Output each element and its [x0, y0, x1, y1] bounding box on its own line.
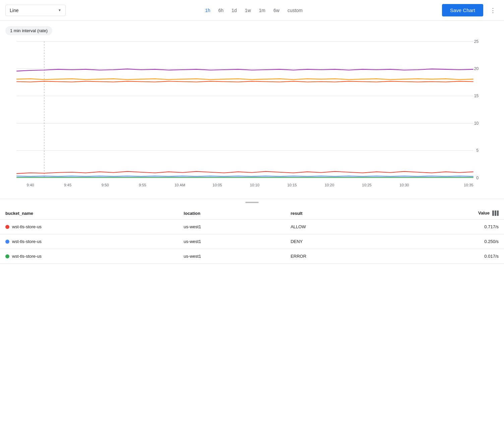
bucket-name: wst-tls-store-us	[12, 224, 42, 229]
save-chart-button[interactable]: Save Chart	[442, 4, 483, 16]
chart-type-label: Line	[10, 8, 18, 13]
col-header-result: result	[285, 207, 386, 220]
svg-text:9:40: 9:40	[27, 183, 34, 187]
svg-text:9:55: 9:55	[139, 183, 146, 187]
legend-cell-result: ERROR	[285, 249, 386, 264]
svg-text:9:50: 9:50	[102, 183, 109, 187]
time-range-group: 1h6h1d1w1m6wcustom	[70, 6, 438, 15]
legend-cell-location: us-west1	[178, 234, 285, 249]
time-range-1m-button[interactable]: 1m	[256, 6, 269, 15]
time-range-6h-button[interactable]: 6h	[215, 6, 227, 15]
svg-text:10:20: 10:20	[325, 183, 334, 187]
svg-text:25: 25	[474, 39, 479, 44]
legend-cell-location: us-west1	[178, 220, 285, 234]
legend-table-container: bucket_name location result Value	[0, 207, 504, 264]
svg-text:5: 5	[476, 148, 479, 153]
time-range-1w-button[interactable]: 1w	[242, 6, 254, 15]
chart-area: 1 min interval (rate) 25 20 15 10 5 0	[0, 21, 504, 199]
legend-row: wst-tls-store-us us-west1 ALLOW 0.717/s	[0, 220, 504, 234]
bucket-name: wst-tls-store-us	[12, 254, 42, 259]
svg-text:10 AM: 10 AM	[175, 183, 185, 187]
legend-cell-result: DENY	[285, 234, 386, 249]
col-header-location: location	[178, 207, 285, 220]
col-header-value: Value	[386, 207, 504, 220]
col-header-bucket-name: bucket_name	[0, 207, 178, 220]
svg-text:10: 10	[474, 121, 479, 126]
svg-text:20: 20	[474, 66, 479, 71]
legend-cell-value: 0.717/s	[386, 220, 504, 234]
legend-table-header-row: bucket_name location result Value	[0, 207, 504, 220]
bucket-name: wst-tls-store-us	[12, 239, 42, 244]
time-range-1h-button[interactable]: 1h	[202, 6, 214, 15]
svg-text:10:15: 10:15	[287, 183, 297, 187]
legend-table: bucket_name location result Value	[0, 207, 504, 264]
time-range-1d-button[interactable]: 1d	[228, 6, 240, 15]
legend-cell-result: ALLOW	[285, 220, 386, 234]
svg-text:0: 0	[476, 176, 479, 180]
svg-text:10:05: 10:05	[212, 183, 222, 187]
legend-cell-value: 0.250/s	[386, 234, 504, 249]
svg-text:10:35: 10:35	[464, 183, 473, 187]
svg-text:15: 15	[474, 94, 479, 98]
series-dot	[5, 254, 9, 258]
chart-container: 25 20 15 10 5 0 9:40 9:45 9:50 9:	[0, 38, 504, 199]
series-dot	[5, 225, 9, 229]
chart-type-dropdown[interactable]: Line ▼	[5, 5, 66, 16]
more-options-button[interactable]: ⋮	[487, 5, 499, 16]
svg-text:10:25: 10:25	[362, 183, 371, 187]
columns-icon[interactable]	[492, 210, 499, 216]
legend-row: wst-tls-store-us us-west1 ERROR 0.017/s	[0, 249, 504, 264]
interval-badge: 1 min interval (rate)	[5, 26, 52, 35]
time-range-6w-button[interactable]: 6w	[270, 6, 283, 15]
divider-handle[interactable]	[245, 202, 259, 203]
chevron-down-icon: ▼	[58, 8, 61, 12]
legend-cell-value: 0.017/s	[386, 249, 504, 264]
toolbar: Line ▼ 1h6h1d1w1m6wcustom Save Chart ⋮	[0, 0, 504, 21]
line-chart: 25 20 15 10 5 0 9:40 9:45 9:50 9:	[3, 38, 487, 199]
series-dot	[5, 240, 9, 244]
svg-text:10:30: 10:30	[399, 183, 409, 187]
svg-text:10:10: 10:10	[250, 183, 259, 187]
legend-row: wst-tls-store-us us-west1 DENY 0.250/s	[0, 234, 504, 249]
legend-cell-bucket: wst-tls-store-us	[0, 249, 178, 264]
legend-cell-bucket: wst-tls-store-us	[0, 220, 178, 234]
time-range-custom-button[interactable]: custom	[284, 6, 306, 15]
legend-cell-location: us-west1	[178, 249, 285, 264]
svg-text:9:45: 9:45	[64, 183, 71, 187]
legend-cell-bucket: wst-tls-store-us	[0, 234, 178, 249]
